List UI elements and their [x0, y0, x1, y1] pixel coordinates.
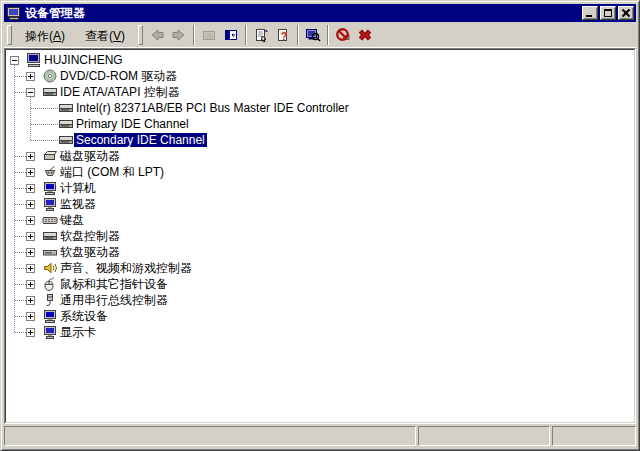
tree-item-system-devices[interactable]: 系统设备: [6, 308, 634, 324]
device-tree-panel: HUJINCHENGDVD/CD-ROM 驱动器IDE ATA/ATAPI 控制…: [4, 48, 636, 424]
computer-device-icon: [42, 308, 58, 324]
expand-box-floppy-controllers[interactable]: [26, 232, 35, 241]
help-button[interactable]: ?: [272, 24, 294, 46]
menu-accelerator: V: [113, 29, 121, 43]
tree-item-usb-controllers[interactable]: 通用串行总线控制器: [6, 292, 634, 308]
arrow-right-icon: [171, 27, 187, 43]
window-title: 设备管理器: [25, 4, 580, 22]
collapse-box-computer-root[interactable]: [10, 56, 19, 65]
tree-item-computer-root[interactable]: HUJINCHENG: [6, 52, 634, 68]
toolbar-separator: [297, 25, 299, 45]
action-menu[interactable]: 操作(A): [15, 25, 75, 45]
cdrom-icon: [42, 68, 58, 84]
tree-item-label[interactable]: 键盘: [58, 213, 86, 227]
toolbar-separator: [193, 25, 195, 45]
show-console-tree-button[interactable]: [220, 24, 242, 46]
close-button[interactable]: [618, 6, 634, 20]
disable-device-icon: [335, 27, 351, 43]
ide-controller-icon: [58, 132, 74, 148]
tree-item-intel-ide-controller[interactable]: Intel(r) 82371AB/EB PCI Bus Master IDE C…: [6, 100, 634, 116]
minimize-icon: [586, 15, 592, 17]
tree-item-label[interactable]: 通用串行总线控制器: [58, 293, 170, 307]
monitor-icon: [42, 324, 58, 340]
tree-item-label[interactable]: Intel(r) 82371AB/EB PCI Bus Master IDE C…: [74, 101, 351, 115]
ide-controller-icon: [42, 84, 58, 100]
tree-item-label[interactable]: 监视器: [58, 197, 98, 211]
tree-item-primary-ide-channel[interactable]: Primary IDE Channel: [6, 116, 634, 132]
tree-item-label[interactable]: 声音、视频和游戏控制器: [58, 261, 194, 275]
tree-item-mice-pointing-devices[interactable]: 鼠标和其它指针设备: [6, 276, 634, 292]
expand-box-monitors[interactable]: [26, 200, 35, 209]
expand-box-usb-controllers[interactable]: [26, 296, 35, 305]
expand-box-floppy-drives[interactable]: [26, 248, 35, 257]
tree-item-label[interactable]: 显示卡: [58, 325, 98, 339]
expand-box-dvd-cdrom-drives[interactable]: [26, 72, 35, 81]
tree-item-label[interactable]: 系统设备: [58, 309, 110, 323]
tree-item-label[interactable]: IDE ATA/ATAPI 控制器: [58, 85, 182, 99]
tree-item-secondary-ide-channel[interactable]: Secondary IDE Channel: [6, 132, 634, 148]
tree-item-label[interactable]: Secondary IDE Channel: [74, 133, 207, 147]
tree-item-dvd-cdrom-drives[interactable]: DVD/CD-ROM 驱动器: [6, 68, 634, 84]
tree-item-label[interactable]: DVD/CD-ROM 驱动器: [58, 69, 179, 83]
properties-button[interactable]: [250, 24, 272, 46]
tree-item-disk-drives[interactable]: 磁盘驱动器: [6, 148, 634, 164]
ide-controller-icon: [58, 116, 74, 132]
tree-item-label[interactable]: HUJINCHENG: [42, 53, 125, 67]
tree-item-label[interactable]: 软盘驱动器: [58, 245, 122, 259]
toolbar-grip[interactable]: [138, 25, 143, 45]
disable-device-button[interactable]: [332, 24, 354, 46]
monitor-icon: [42, 196, 58, 212]
status-panel-2: [418, 426, 550, 446]
expand-box-sound-video-game-controllers[interactable]: [26, 264, 35, 273]
device-tree[interactable]: HUJINCHENGDVD/CD-ROM 驱动器IDE ATA/ATAPI 控制…: [5, 49, 635, 423]
expand-box-system-devices[interactable]: [26, 312, 35, 321]
toolbar-grip[interactable]: [7, 25, 12, 45]
expand-box-disk-drives[interactable]: [26, 152, 35, 161]
menu-label: ): [61, 29, 65, 43]
menu-label: 操作(: [25, 29, 53, 43]
expand-box-mice-pointing-devices[interactable]: [26, 280, 35, 289]
arrow-left-icon: [149, 27, 165, 43]
tree-item-label[interactable]: 端口 (COM 和 LPT): [58, 165, 166, 179]
tree-item-ide-controllers[interactable]: IDE ATA/ATAPI 控制器: [6, 84, 634, 100]
floppy-drive-icon: [42, 244, 58, 260]
disk-drive-icon: [42, 148, 58, 164]
tree-item-computer[interactable]: 计算机: [6, 180, 634, 196]
uninstall-device-icon: [357, 27, 373, 43]
uninstall-device-button[interactable]: [354, 24, 376, 46]
collapse-box-ide-controllers[interactable]: [26, 88, 35, 97]
ide-controller-icon: [58, 100, 74, 116]
tree-item-label[interactable]: Primary IDE Channel: [74, 117, 191, 131]
tree-item-floppy-drives[interactable]: 软盘驱动器: [6, 244, 634, 260]
maximize-button[interactable]: [600, 6, 616, 20]
tree-item-sound-video-game-controllers[interactable]: 声音、视频和游戏控制器: [6, 260, 634, 276]
status-panel-1: [4, 426, 416, 446]
computer-root-icon: [26, 52, 42, 68]
scan-hardware-changes-button[interactable]: [302, 24, 324, 46]
forward-button[interactable]: [168, 24, 190, 46]
tree-item-label[interactable]: 计算机: [58, 181, 98, 195]
expand-box-display-adapters[interactable]: [26, 328, 35, 337]
tree-item-floppy-controllers[interactable]: 软盘控制器: [6, 228, 634, 244]
port-icon: [42, 164, 58, 180]
menu-label: 查看(: [85, 29, 113, 43]
tree-item-label[interactable]: 磁盘驱动器: [58, 149, 122, 163]
up-one-level-button[interactable]: [198, 24, 220, 46]
device-manager-window: 设备管理器 操作(A)查看(V)? HUJINCHENGDVD/CD-ROM 驱…: [0, 0, 640, 451]
tree-item-label[interactable]: 鼠标和其它指针设备: [58, 277, 170, 291]
console-tree-icon: [223, 27, 239, 43]
tree-item-label[interactable]: 软盘控制器: [58, 229, 122, 243]
expand-box-keyboards[interactable]: [26, 216, 35, 225]
title-bar[interactable]: 设备管理器: [4, 4, 636, 22]
tree-item-monitors[interactable]: 监视器: [6, 196, 634, 212]
tree-item-display-adapters[interactable]: 显示卡: [6, 324, 634, 340]
scan-hardware-icon: [305, 27, 321, 43]
expand-box-computer[interactable]: [26, 184, 35, 193]
toolbar-separator: [327, 25, 329, 45]
expand-box-ports-com-lpt[interactable]: [26, 168, 35, 177]
tree-item-keyboards[interactable]: 键盘: [6, 212, 634, 228]
view-menu[interactable]: 查看(V): [75, 25, 135, 45]
tree-item-ports-com-lpt[interactable]: 端口 (COM 和 LPT): [6, 164, 634, 180]
minimize-button[interactable]: [582, 6, 598, 20]
back-button[interactable]: [146, 24, 168, 46]
